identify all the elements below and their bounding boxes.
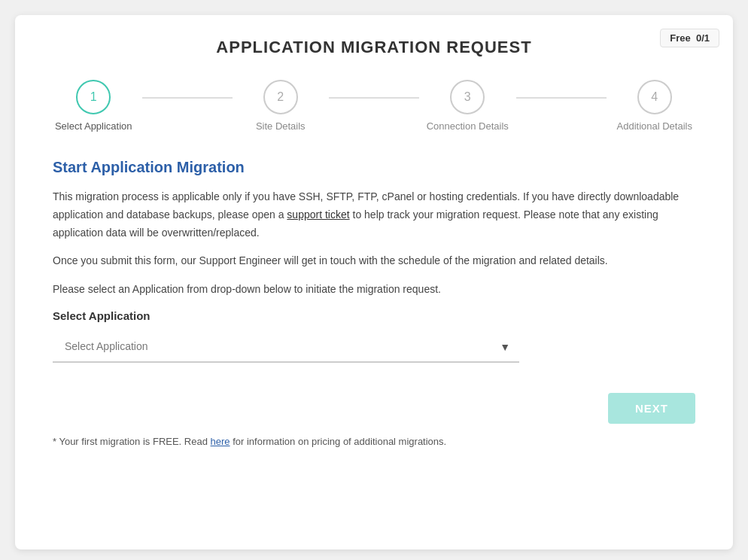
section-title: Start Application Migration bbox=[53, 159, 695, 176]
footnote-suffix: for information on pricing of additional… bbox=[233, 436, 446, 447]
step-circle-2: 2 bbox=[263, 80, 298, 114]
select-application-dropdown[interactable]: Select Application bbox=[53, 331, 519, 363]
next-button[interactable]: NEXT bbox=[608, 393, 695, 424]
footnote-prefix: * Your first migration is FREE. Read bbox=[53, 436, 208, 447]
page-title: APPLICATION MIGRATION REQUEST bbox=[45, 38, 703, 57]
step-1: 1 Select Application bbox=[45, 80, 142, 132]
footer-row: NEXT bbox=[53, 393, 695, 424]
footnote-link[interactable]: here bbox=[211, 436, 230, 447]
free-badge: Free 0/1 bbox=[660, 29, 719, 47]
select-application-wrapper: Select Application ▼ bbox=[53, 331, 519, 363]
support-ticket-link[interactable]: support ticket bbox=[287, 208, 349, 221]
step-2: 2 Site Details bbox=[233, 80, 330, 132]
step-label-1: Select Application bbox=[55, 120, 132, 132]
description-2: Once you submit this form, our Support E… bbox=[53, 252, 695, 270]
description-3: Please select an Application from drop-d… bbox=[53, 281, 695, 299]
content-area: Start Application Migration This migrati… bbox=[45, 159, 703, 447]
step-connector-3-4 bbox=[516, 97, 607, 99]
step-3: 3 Connection Details bbox=[419, 80, 516, 132]
main-card: Free 0/1 APPLICATION MIGRATION REQUEST 1… bbox=[15, 15, 733, 549]
step-circle-3: 3 bbox=[450, 80, 485, 114]
step-connector-2-3 bbox=[329, 97, 419, 99]
footnote: * Your first migration is FREE. Read her… bbox=[53, 436, 695, 447]
step-connector-1-2 bbox=[142, 97, 233, 99]
free-count: 0/1 bbox=[696, 32, 710, 44]
description-1: This migration process is applicable onl… bbox=[53, 188, 695, 242]
stepper: 1 Select Application 2 Site Details 3 Co… bbox=[45, 80, 703, 132]
step-label-3: Connection Details bbox=[427, 120, 509, 132]
step-label-4: Additional Details bbox=[617, 120, 692, 132]
free-label: Free bbox=[670, 32, 690, 44]
step-circle-4: 4 bbox=[637, 80, 672, 114]
step-label-2: Site Details bbox=[256, 120, 306, 132]
select-application-label: Select Application bbox=[53, 309, 695, 322]
step-circle-1: 1 bbox=[76, 80, 111, 114]
step-4: 4 Additional Details bbox=[607, 80, 704, 132]
